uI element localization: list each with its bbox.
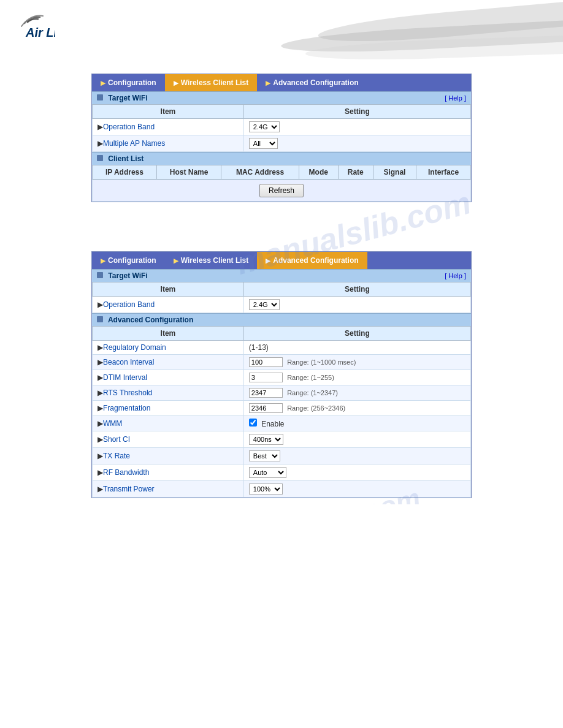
table-row: ▶Short CI 400ns 800ns <box>93 431 471 448</box>
table-row: ▶RF Bandwidth Auto 20MHz 40MHz <box>93 464 471 481</box>
short-ci-select[interactable]: 400ns 800ns <box>249 434 283 445</box>
section-icon-3 <box>97 272 103 278</box>
section-gap <box>0 208 563 245</box>
operation-band-select-2[interactable]: 2.4G 5G <box>249 299 280 310</box>
section-icon-4 <box>97 316 103 322</box>
tab-wireless-client-list-1[interactable]: ▶ Wireless Client List <box>165 74 258 91</box>
table-row: ▶Transmit Power 100% 75% 50% 25% <box>93 481 471 498</box>
table-row: ▶DTIM Interval Range: (1~255) <box>93 370 471 385</box>
panel-1: ▶ Configuration ▶ Wireless Client List ▶… <box>91 74 472 202</box>
wmm-checkbox[interactable] <box>249 419 257 427</box>
col-setting-2: Setting <box>243 282 470 297</box>
col-mode: Mode <box>299 165 338 180</box>
tab-arrow-2: ▶ <box>174 80 178 86</box>
col-item-1: Item <box>93 105 244 119</box>
tab-arrow-3: ▶ <box>266 80 270 86</box>
table-row: ▶TX Rate Best 1M 2M 5.5M 11M <box>93 448 471 464</box>
col-ip: IP Address <box>93 165 157 180</box>
header-swoosh <box>256 0 563 67</box>
tab-arrow-4: ▶ <box>101 257 105 264</box>
col-interface: Interface <box>416 165 471 180</box>
target-wifi-table-2: Item Setting ▶Operation Band 2.4G 5G <box>92 282 471 313</box>
page-header: Air Live ® <box>0 0 563 67</box>
fragmentation-input[interactable] <box>249 403 283 413</box>
tab-advanced-config-2[interactable]: ▶ Advanced Configuration <box>257 252 367 269</box>
refresh-row: Refresh <box>92 180 471 202</box>
table-row: ▶Regulatory Domain (1-13) <box>93 341 471 355</box>
table-row: ▶Operation Band 2.4G 5G <box>93 119 471 135</box>
table-row: ▶WMM Enable <box>93 416 471 431</box>
target-wifi-header-2: Target WiFi [ Help ] <box>92 269 471 282</box>
help-link-1[interactable]: [ Help ] <box>445 94 466 102</box>
col-signal: Signal <box>373 165 416 180</box>
target-wifi-table-1: Item Setting ▶Operation Band 2.4G 5G <box>92 104 471 152</box>
tab-configuration-2[interactable]: ▶ Configuration <box>92 252 165 269</box>
dtim-interval-input[interactable] <box>249 373 283 382</box>
wifi-icon: Air Live ® <box>18 11 55 39</box>
col-mac: MAC Address <box>221 165 299 180</box>
beacon-interval-input[interactable] <box>249 357 283 367</box>
transmit-power-select[interactable]: 100% 75% 50% 25% <box>249 483 283 495</box>
tab-advanced-config-1[interactable]: ▶ Advanced Configuration <box>257 74 367 91</box>
tab-wireless-client-list-2[interactable]: ▶ Wireless Client List <box>165 252 258 269</box>
table-row: ▶Operation Band 2.4G 5G <box>93 297 471 313</box>
col-item-adv: Item <box>93 327 244 341</box>
rts-threshold-input[interactable] <box>249 388 283 398</box>
rf-bandwidth-select[interactable]: Auto 20MHz 40MHz <box>249 467 286 478</box>
advanced-config-table: Item Setting ▶Regulatory Domain (1-13) ▶… <box>92 326 471 498</box>
panel-2: ▶ Configuration ▶ Wireless Client List ▶… <box>91 251 472 498</box>
tx-rate-select[interactable]: Best 1M 2M 5.5M 11M <box>249 450 280 461</box>
tab-configuration-1[interactable]: ▶ Configuration <box>92 74 165 91</box>
col-setting-1: Setting <box>243 105 470 119</box>
col-hostname: Host Name <box>156 165 221 180</box>
target-wifi-header-1: Target WiFi [ Help ] <box>92 91 471 104</box>
refresh-button[interactable]: Refresh <box>259 184 304 197</box>
table-row: ▶Multiple AP Names All AP1 AP2 <box>93 135 471 152</box>
table-row: ▶Fragmentation Range: (256~2346) <box>93 401 471 416</box>
svg-text:Air Live: Air Live <box>25 26 55 39</box>
logo: Air Live ® <box>18 11 55 40</box>
col-setting-adv: Setting <box>243 327 470 341</box>
nav-tabs-1: ▶ Configuration ▶ Wireless Client List ▶… <box>92 74 471 91</box>
tab-arrow-5: ▶ <box>174 257 178 264</box>
help-link-2[interactable]: [ Help ] <box>445 272 466 279</box>
short-ci-label: Short CI <box>103 435 130 444</box>
col-rate: Rate <box>338 165 373 180</box>
table-row: ▶Beacon Interval Range: (1~1000 msec) <box>93 355 471 370</box>
section-icon-1 <box>97 94 103 100</box>
client-list-header: Client List <box>92 152 471 165</box>
tab-arrow-1: ▶ <box>101 80 105 86</box>
tab-arrow-6: ▶ <box>266 257 270 264</box>
multiple-ap-names-select[interactable]: All AP1 AP2 <box>249 138 278 149</box>
client-list-table: IP Address Host Name MAC Address Mode Ra… <box>92 165 471 180</box>
advanced-config-header: Advanced Configuration <box>92 313 471 326</box>
nav-tabs-2: ▶ Configuration ▶ Wireless Client List ▶… <box>92 252 471 269</box>
section-icon-2 <box>97 155 103 161</box>
col-item-2: Item <box>93 282 244 297</box>
operation-band-select-1[interactable]: 2.4G 5G <box>249 121 280 132</box>
table-row: ▶RTS Threshold Range: (1~2347) <box>93 385 471 401</box>
